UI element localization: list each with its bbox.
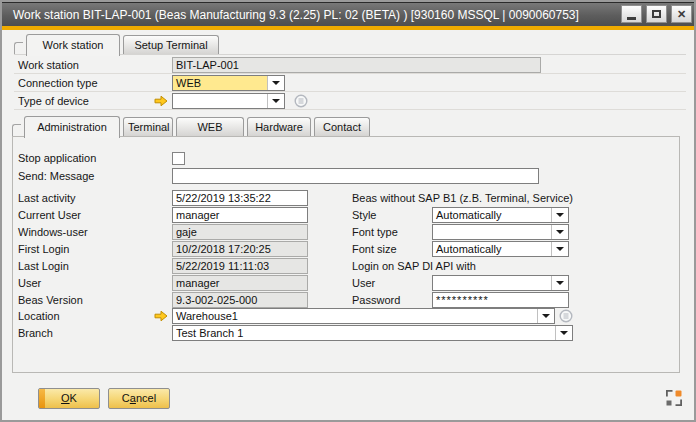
titlebar[interactable]: Work station BIT-LAP-001 (Beas Manufactu… (2, 2, 694, 26)
send-message-input[interactable] (172, 168, 539, 184)
style-select[interactable]: Automatically (432, 207, 569, 223)
password-input[interactable] (432, 292, 569, 308)
ok-button-focus-accent (39, 389, 45, 408)
type-of-device-value (173, 94, 267, 108)
tabstrip-stub (14, 42, 23, 54)
stop-application-checkbox[interactable] (172, 152, 185, 165)
ok-button-label: OK (61, 392, 77, 404)
send-message-label: Send: Message (18, 168, 94, 185)
close-button[interactable]: ✕ (671, 5, 692, 23)
workstation-window: Work station BIT-LAP-001 (Beas Manufactu… (0, 0, 696, 422)
connection-type-value: WEB (173, 76, 267, 90)
login-di-api-header: Login on SAP DI API with (352, 258, 476, 275)
beas-without-sap-header: Beas without SAP B1 (z.B. Terminal, Serv… (352, 190, 573, 207)
chevron-down-icon[interactable] (551, 242, 568, 256)
ok-button[interactable]: OK (38, 388, 100, 409)
user-field (172, 275, 308, 291)
branch-value: Test Branch 1 (173, 326, 555, 340)
tab-hardware[interactable]: Hardware (247, 117, 311, 136)
password-label: Password (352, 292, 400, 309)
row-divider (14, 109, 686, 110)
chevron-down-icon[interactable] (555, 326, 572, 340)
expand-form-icon[interactable] (666, 390, 682, 406)
choose-from-list-icon[interactable] (294, 94, 308, 108)
tabstrip-stub (12, 124, 21, 136)
down-triangle-icon (542, 314, 550, 318)
minimize-button[interactable] (621, 5, 642, 23)
cancel-button-label: Cancel (122, 392, 156, 404)
branch-select[interactable]: Test Branch 1 (172, 325, 573, 341)
chevron-down-icon[interactable] (551, 225, 568, 239)
work-station-label: Work station (18, 57, 79, 74)
first-login-field (172, 241, 308, 257)
font-size-value: Automatically (433, 242, 551, 256)
tab-administration[interactable]: Administration (24, 116, 120, 138)
style-label: Style (352, 207, 376, 224)
row-divider (14, 73, 686, 74)
type-of-device-label: Type of device (18, 93, 89, 110)
location-value: Warehouse1 (173, 309, 537, 323)
di-user-select[interactable] (432, 275, 569, 291)
tab-contact[interactable]: Contact (314, 117, 370, 136)
down-triangle-icon (556, 247, 564, 251)
window-title: Work station BIT-LAP-001 (Beas Manufactu… (2, 8, 579, 22)
font-type-value (433, 225, 551, 239)
tab-work-station[interactable]: Work station (26, 34, 120, 56)
chevron-down-icon[interactable] (537, 309, 554, 323)
font-type-label: Font type (352, 224, 398, 241)
link-arrow-icon[interactable] (154, 95, 168, 107)
style-value: Automatically (433, 208, 551, 222)
minimize-icon (627, 17, 636, 20)
close-icon: ✕ (677, 9, 686, 20)
beas-version-field (172, 292, 308, 308)
down-triangle-icon (556, 281, 564, 285)
di-user-label: User (352, 275, 375, 292)
cancel-button[interactable]: Cancel (108, 388, 170, 409)
chevron-down-icon[interactable] (551, 276, 568, 290)
di-user-value (433, 276, 551, 290)
font-size-label: Font size (352, 241, 397, 258)
chevron-down-icon[interactable] (267, 94, 284, 108)
maximize-button[interactable] (646, 5, 667, 23)
tab-setup-terminal[interactable]: Setup Terminal (123, 35, 219, 54)
down-triangle-icon (272, 81, 280, 85)
down-triangle-icon (556, 213, 564, 217)
maximize-icon (652, 10, 661, 18)
windows-user-label: Windows-user (18, 224, 88, 241)
down-triangle-icon (560, 331, 568, 335)
current-user-label: Current User (18, 207, 81, 224)
main-tabstrip: Work station Setup Terminal (14, 33, 222, 55)
accent-stripe (2, 26, 694, 30)
beas-version-label: Beas Version (18, 292, 83, 309)
windows-user-field (172, 224, 308, 240)
connection-type-label: Connection type (18, 75, 98, 92)
font-type-select[interactable] (432, 224, 569, 240)
type-of-device-select[interactable] (172, 93, 285, 109)
work-station-field (172, 57, 541, 73)
location-select[interactable]: Warehouse1 (172, 308, 555, 324)
choose-from-list-icon[interactable] (559, 309, 573, 323)
sub-tabstrip: Administration Terminal WEB Hardware Con… (12, 115, 373, 137)
user-label: User (18, 275, 41, 292)
first-login-label: First Login (18, 241, 69, 258)
last-login-field (172, 258, 308, 274)
location-label: Location (18, 308, 60, 325)
tab-terminal[interactable]: Terminal (123, 117, 173, 136)
branch-label: Branch (18, 325, 53, 342)
link-arrow-icon[interactable] (154, 310, 168, 322)
current-user-input[interactable] (172, 207, 308, 223)
down-triangle-icon (556, 230, 564, 234)
connection-type-select[interactable]: WEB (172, 75, 285, 91)
chevron-down-icon[interactable] (267, 76, 284, 90)
last-login-label: Last Login (18, 258, 69, 275)
tab-web[interactable]: WEB (176, 117, 244, 136)
chevron-down-icon[interactable] (551, 208, 568, 222)
row-divider (14, 91, 686, 92)
down-triangle-icon (272, 99, 280, 103)
stop-application-label: Stop application (18, 150, 96, 167)
last-activity-input[interactable] (172, 190, 308, 206)
font-size-select[interactable]: Automatically (432, 241, 569, 257)
last-activity-label: Last activity (18, 190, 75, 207)
